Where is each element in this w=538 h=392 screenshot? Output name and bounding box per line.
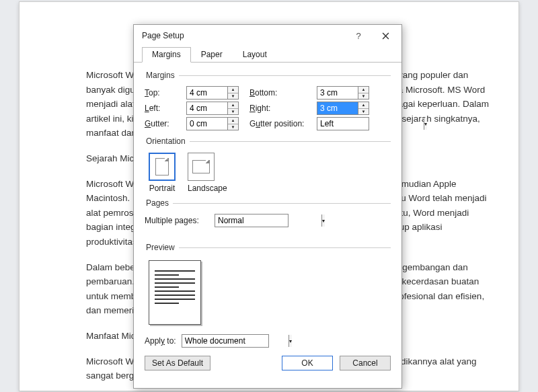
gutter-input[interactable] [187, 118, 227, 130]
pages-group: Pages Multiple pages: ▾ [145, 198, 391, 231]
spinner-up-icon[interactable]: ▲ [228, 87, 238, 93]
apply-to-select[interactable]: ▾ [182, 334, 269, 348]
set-as-default-button[interactable]: Set As Default [145, 356, 210, 370]
bottom-spinner[interactable]: ▲▼ [317, 86, 369, 100]
chevron-down-icon[interactable]: ▾ [289, 335, 292, 347]
bottom-input[interactable] [317, 87, 358, 99]
orientation-group: Orientation Portrait Landscape [145, 136, 391, 196]
multiple-pages-select[interactable]: ▾ [215, 214, 289, 227]
dialog-titlebar: Page Setup ? [134, 25, 401, 46]
bottom-label: Bottom: [249, 88, 317, 97]
right-label: Right: [249, 104, 317, 113]
spinner-down-icon[interactable]: ▼ [228, 124, 238, 130]
spinner-down-icon[interactable]: ▼ [228, 109, 238, 115]
spinner-down-icon[interactable]: ▼ [228, 93, 238, 100]
close-button[interactable] [372, 26, 399, 45]
ok-button[interactable]: OK [282, 356, 333, 370]
spinner-down-icon[interactable]: ▼ [358, 93, 369, 100]
tab-margins[interactable]: Margins [142, 47, 191, 63]
left-spinner[interactable]: ▲▼ [186, 102, 239, 115]
top-input[interactable] [187, 87, 227, 99]
top-label: Top: [145, 88, 186, 97]
right-spinner[interactable]: ▲▼ [317, 102, 369, 115]
portrait-page-icon [155, 158, 169, 175]
close-icon [382, 32, 389, 40]
multiple-pages-label: Multiple pages: [145, 216, 215, 225]
spinner-up-icon[interactable]: ▲ [358, 102, 369, 109]
preview-page-icon [149, 260, 201, 325]
spinner-up-icon[interactable]: ▲ [228, 102, 238, 109]
margins-group: Margins Top: ▲▼ Bottom: ▲▼ Left: ▲▼ [145, 71, 391, 134]
pages-legend: Pages [145, 198, 173, 208]
dialog-title: Page Setup [142, 31, 345, 40]
orientation-portrait-label: Portrait [149, 184, 176, 193]
help-button[interactable]: ? [345, 26, 372, 45]
gutter-label: Gutter: [145, 119, 186, 128]
top-spinner[interactable]: ▲▼ [186, 86, 239, 100]
apply-to-row: Apply to: ▾ [145, 334, 391, 348]
chevron-down-icon[interactable]: ▾ [424, 118, 427, 130]
multiple-pages-value [215, 214, 321, 227]
cancel-button[interactable]: Cancel [340, 356, 391, 370]
apply-to-value [182, 335, 289, 347]
gutter-spinner[interactable]: ▲▼ [186, 117, 239, 130]
page-setup-dialog: Page Setup ? Margins Paper Layout Margin… [133, 24, 402, 389]
preview-group: Preview [145, 243, 391, 330]
right-input[interactable] [317, 102, 358, 114]
dialog-button-row: Set As Default OK Cancel [145, 356, 391, 370]
spinner-down-icon[interactable]: ▼ [358, 109, 369, 115]
gutter-position-value [317, 118, 424, 130]
gutter-position-select[interactable]: ▾ [317, 117, 369, 130]
apply-to-label: Apply to: [145, 336, 176, 346]
dialog-tabs: Margins Paper Layout [134, 46, 401, 63]
dialog-body: Margins Top: ▲▼ Bottom: ▲▼ Left: ▲▼ [134, 63, 401, 379]
gutter-position-label: Gutter position: [249, 119, 317, 128]
tab-layout[interactable]: Layout [233, 47, 277, 63]
preview-legend: Preview [145, 243, 179, 252]
spinner-up-icon[interactable]: ▲ [358, 87, 369, 93]
spinner-up-icon[interactable]: ▲ [228, 118, 238, 124]
orientation-landscape-label: Landscape [188, 184, 227, 193]
chevron-down-icon[interactable]: ▾ [321, 214, 325, 227]
landscape-page-icon [192, 160, 210, 173]
orientation-landscape[interactable]: Landscape [188, 153, 227, 193]
left-input[interactable] [187, 102, 227, 114]
orientation-legend: Orientation [145, 136, 190, 146]
left-label: Left: [145, 104, 186, 113]
margins-legend: Margins [145, 71, 179, 80]
orientation-portrait[interactable]: Portrait [149, 153, 176, 193]
tab-paper[interactable]: Paper [191, 47, 233, 63]
